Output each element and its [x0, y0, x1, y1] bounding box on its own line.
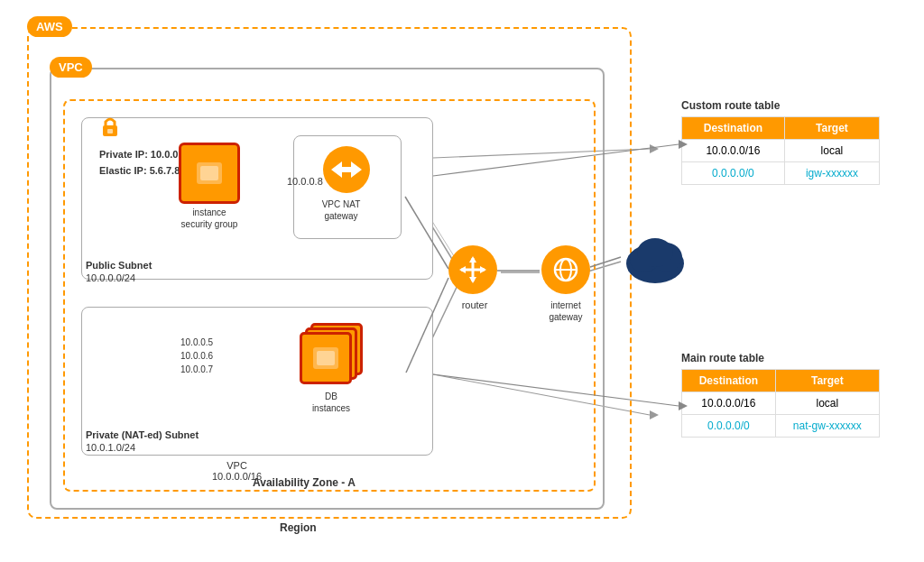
main-rt-dest-1: 10.0.0.0/16	[682, 392, 776, 415]
region-label: Region	[280, 521, 317, 534]
main-rt-row-1: 10.0.0.0/16 local	[682, 392, 880, 415]
custom-rt-dest-header: Destination	[682, 117, 785, 140]
main-rt-target-1: local	[775, 392, 879, 415]
diagram-container: AWS VPC Availability Zone - A Region Pri…	[0, 0, 924, 562]
elastic-ip-label: Elastic IP: 5.6.7.8	[99, 165, 180, 176]
private-subnet-label: Private (NAT-ed) Subnet	[86, 429, 199, 440]
public-subnet-label: Public Subnet	[86, 260, 152, 271]
vpc-label: VPC	[50, 57, 92, 78]
svg-marker-22	[459, 266, 466, 273]
nat-gw-icon	[323, 146, 370, 193]
main-route-table-area: Main route table Destination Target 10.0…	[681, 352, 764, 369]
custom-rt-dest-2: 0.0.0.0/0	[682, 162, 785, 185]
private-subnet-cidr: 10.0.1.0/24	[86, 442, 135, 453]
custom-rt-target-header: Target	[784, 117, 879, 140]
main-rt-dest-header: Destination	[682, 370, 776, 392]
aws-label: AWS	[27, 16, 72, 37]
main-route-table-title: Main route table	[681, 352, 764, 364]
custom-route-table: Destination Target 10.0.0.0/16 local 0.0…	[681, 116, 880, 185]
custom-rt-target-2: igw-xxxxxx	[784, 162, 879, 185]
az-label: Availability Zone - A	[253, 476, 356, 489]
svg-marker-13	[331, 161, 362, 178]
db-label: DB instances	[312, 391, 350, 414]
svg-marker-20	[469, 256, 476, 263]
svg-rect-17	[317, 351, 335, 365]
svg-point-30	[637, 238, 673, 267]
svg-marker-5	[650, 144, 659, 153]
vpc-bottom-label: VPC 10.0.0.0/16	[212, 460, 262, 482]
custom-rt-row-2: 0.0.0.0/0 igw-xxxxxx	[682, 162, 880, 185]
nat-ip-label: 10.0.0.8	[287, 176, 323, 187]
svg-marker-23	[480, 266, 486, 273]
router-icon	[448, 245, 497, 294]
igw-icon	[541, 245, 590, 294]
custom-rt-row-1: 10.0.0.0/16 local	[682, 140, 880, 162]
main-rt-row-2: 0.0.0.0/0 nat-gw-xxxxxx	[682, 415, 880, 438]
svg-marker-7	[650, 410, 659, 419]
custom-rt-target-1: local	[784, 140, 879, 162]
db-instances-area: DB instances	[300, 323, 363, 414]
private-ip-label: Private IP: 10.0.0.5	[99, 149, 187, 160]
igw-label: internet gateway	[539, 299, 593, 323]
lock-public-icon	[97, 114, 123, 143]
main-rt-target-2: nat-gw-xxxxxx	[775, 415, 879, 438]
instance-sg-area: instance security group	[179, 143, 240, 230]
db-ips: 10.0.0.5 10.0.0.6 10.0.0.7	[180, 336, 213, 376]
svg-rect-10	[107, 129, 113, 134]
svg-rect-12	[200, 166, 218, 180]
custom-rt-dest-1: 10.0.0.0/16	[682, 140, 785, 162]
main-rt-target-header: Target	[775, 370, 879, 392]
public-subnet-cidr: 10.0.0.0/24	[86, 272, 135, 283]
instance-sg-label: instance security group	[181, 207, 238, 230]
main-rt-dest-2: 0.0.0.0/0	[682, 415, 776, 438]
main-route-table: Destination Target 10.0.0.0/16 local 0.0…	[681, 369, 880, 438]
custom-route-table-title: Custom route table	[681, 99, 780, 112]
router-label: router	[451, 299, 498, 310]
cloud-icon	[619, 227, 691, 289]
svg-marker-21	[469, 277, 476, 283]
nat-gw-label: VPC NAT gateway	[305, 198, 377, 222]
db-stack-icon	[300, 323, 363, 388]
custom-route-table-area: Custom route table Destination Target 10…	[681, 99, 780, 116]
instance-sg-icon	[179, 143, 240, 204]
